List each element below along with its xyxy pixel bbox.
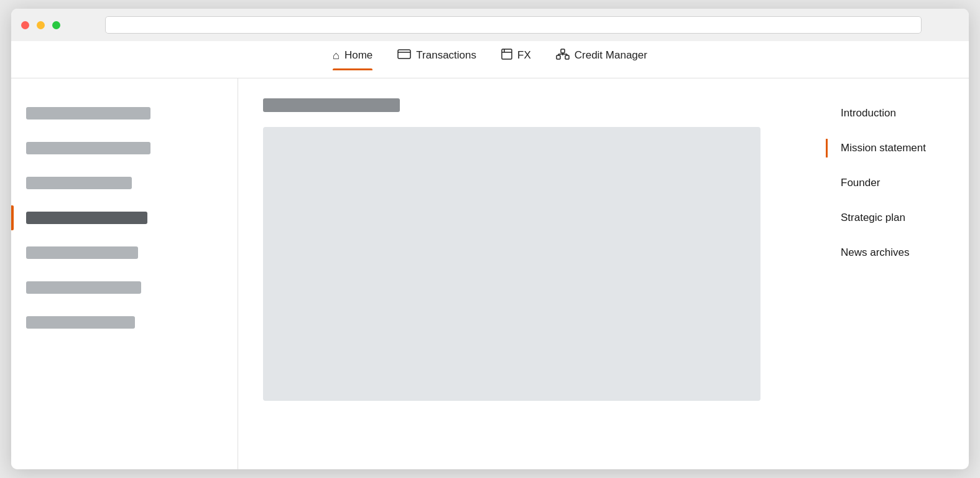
content-area: [238, 78, 826, 469]
svg-rect-6: [557, 55, 560, 59]
browser-window: ⌂ Home Transactions: [11, 9, 969, 469]
nav-item-fx[interactable]: FX: [501, 49, 531, 70]
nav-item-home[interactable]: ⌂ Home: [333, 49, 372, 70]
sidebar-bar-3: [26, 177, 132, 189]
toc-item-introduction[interactable]: Introduction: [841, 96, 954, 131]
nav-label-credit-manager: Credit Manager: [575, 49, 647, 62]
sidebar-item-2[interactable]: [26, 131, 223, 166]
sidebar-item-6[interactable]: [26, 270, 223, 305]
left-sidebar: [11, 78, 238, 469]
toc-item-strategic-plan[interactable]: Strategic plan: [841, 200, 954, 235]
nav-label-home: Home: [344, 49, 372, 62]
toc-sidebar: Introduction Mission statement Founder S…: [826, 78, 969, 469]
toc-label-introduction: Introduction: [841, 107, 896, 119]
toc-label-strategic-plan: Strategic plan: [841, 212, 905, 223]
credit-manager-icon: [556, 49, 570, 62]
toc-item-founder[interactable]: Founder: [841, 166, 954, 200]
fx-icon: [501, 49, 512, 62]
minimize-button[interactable]: [37, 21, 45, 29]
sidebar-item-1[interactable]: [26, 96, 223, 131]
svg-rect-2: [502, 49, 512, 59]
sidebar-item-5[interactable]: [26, 235, 223, 270]
home-icon: ⌂: [333, 50, 340, 61]
toc-label-news-archives: News archives: [841, 246, 910, 258]
nav-item-credit-manager[interactable]: Credit Manager: [556, 49, 647, 70]
toc-active-indicator: [826, 139, 828, 157]
toc-label-founder: Founder: [841, 177, 880, 189]
close-button[interactable]: [21, 21, 29, 29]
nav-items: ⌂ Home Transactions: [333, 41, 647, 78]
sidebar-bar-1: [26, 107, 150, 120]
main-layout: Introduction Mission statement Founder S…: [11, 78, 969, 469]
sidebar-item-7[interactable]: [26, 305, 223, 340]
toc-label-mission-statement: Mission statement: [841, 142, 926, 154]
nav-item-transactions[interactable]: Transactions: [397, 49, 476, 70]
address-bar[interactable]: [105, 16, 922, 34]
nav-label-transactions: Transactions: [416, 49, 476, 62]
maximize-button[interactable]: [52, 21, 60, 29]
toc-item-news-archives[interactable]: News archives: [841, 235, 954, 270]
sidebar-bar-2: [26, 142, 150, 154]
sidebar-bar-5: [26, 246, 138, 259]
content-title-placeholder: [263, 98, 400, 112]
nav-label-fx: FX: [517, 49, 531, 62]
sidebar-item-4[interactable]: [26, 200, 223, 235]
title-bar: [11, 9, 969, 41]
svg-rect-7: [565, 55, 569, 59]
sidebar-item-3[interactable]: [26, 166, 223, 200]
svg-rect-5: [561, 49, 565, 53]
sidebar-bar-4: [26, 212, 147, 224]
transactions-icon: [397, 49, 411, 61]
sidebar-bar-6: [26, 281, 141, 294]
toc-item-mission-statement[interactable]: Mission statement: [841, 131, 954, 166]
svg-rect-0: [398, 50, 410, 59]
sidebar-bar-7: [26, 316, 135, 329]
nav-bar: ⌂ Home Transactions: [11, 41, 969, 78]
content-image-placeholder: [263, 127, 760, 401]
